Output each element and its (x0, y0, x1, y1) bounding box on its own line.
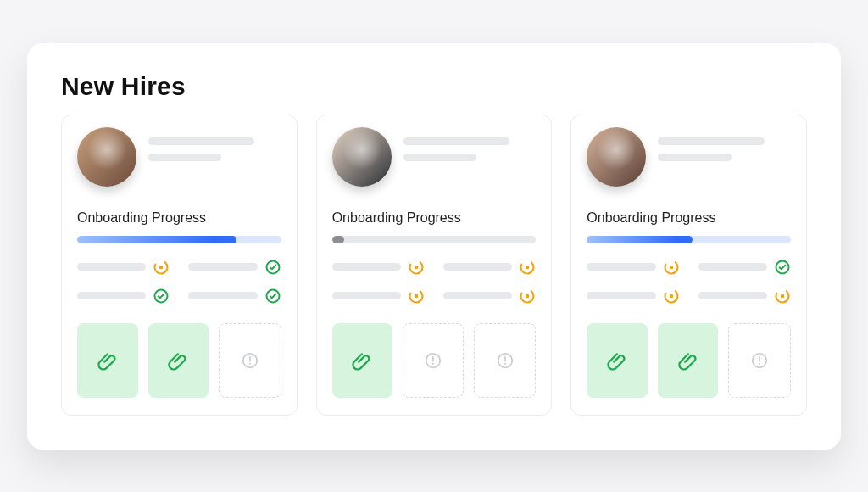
onboarding-progress-label: Onboarding Progress (587, 210, 791, 226)
pending-icon (408, 288, 425, 305)
pending-icon (408, 259, 425, 276)
task-item (587, 259, 679, 276)
placeholder-line (587, 263, 655, 271)
paperclip-icon (351, 349, 373, 372)
name-placeholder-lines (658, 131, 791, 161)
hire-card[interactable]: Onboarding Progress (316, 115, 553, 416)
task-item (698, 259, 791, 276)
task-item (188, 259, 281, 276)
check-circle-icon (153, 288, 170, 305)
task-grid (77, 259, 281, 305)
attachment-slot[interactable] (77, 323, 138, 398)
task-item (443, 288, 536, 305)
task-item (698, 288, 791, 305)
check-circle-icon (264, 288, 281, 305)
task-item (332, 288, 425, 305)
task-item (587, 288, 679, 305)
svg-rect-23 (670, 265, 673, 268)
task-item (332, 259, 425, 276)
alert-circle-icon (496, 351, 515, 370)
paperclip-icon (606, 349, 628, 372)
task-item (77, 259, 170, 276)
svg-rect-11 (526, 265, 529, 268)
svg-rect-13 (415, 294, 418, 297)
progress-bar (587, 236, 791, 243)
task-item (188, 288, 281, 305)
check-circle-icon (264, 259, 281, 276)
onboarding-progress-label: Onboarding Progress (332, 210, 537, 226)
progress-bar (77, 236, 281, 243)
hire-card[interactable]: Onboarding Progress (61, 115, 298, 416)
svg-point-18 (432, 362, 434, 364)
attachments-row (587, 323, 791, 398)
progress-bar (332, 236, 537, 243)
placeholder-line (443, 263, 512, 271)
pending-icon (774, 288, 791, 305)
svg-point-31 (759, 362, 760, 364)
placeholder-line (148, 154, 221, 161)
onboarding-progress-label: Onboarding Progress (77, 210, 281, 226)
svg-point-7 (249, 362, 251, 364)
paperclip-icon (167, 349, 189, 372)
pending-icon (153, 259, 170, 276)
task-item (443, 259, 536, 276)
attachment-slot[interactable] (658, 323, 719, 398)
svg-rect-28 (781, 294, 784, 297)
placeholder-line (587, 292, 655, 299)
svg-rect-15 (526, 294, 529, 297)
paperclip-icon (677, 349, 699, 372)
placeholder-line (403, 154, 476, 161)
progress-fill (332, 236, 344, 243)
placeholder-line (698, 263, 767, 271)
pending-icon (663, 288, 680, 305)
avatar[interactable] (332, 127, 392, 187)
svg-rect-26 (670, 294, 673, 297)
placeholder-line (403, 137, 509, 145)
progress-fill (587, 236, 693, 243)
new-hires-panel: New Hires Onboarding Progress (27, 43, 841, 450)
card-header (587, 131, 791, 192)
attachment-slot[interactable] (148, 323, 209, 398)
task-item (77, 288, 170, 305)
alert-circle-icon (241, 351, 259, 370)
attachment-slot[interactable] (587, 323, 648, 398)
name-placeholder-lines (403, 131, 537, 161)
avatar[interactable] (587, 127, 646, 187)
task-grid (587, 259, 791, 305)
attachment-slot-empty[interactable] (403, 323, 465, 398)
placeholder-line (77, 263, 146, 271)
attachments-row (77, 323, 281, 398)
card-header (77, 131, 281, 192)
pending-icon (519, 288, 536, 305)
placeholder-line (332, 292, 401, 299)
attachments-row (332, 323, 537, 398)
placeholder-line (332, 263, 401, 271)
check-circle-icon (774, 259, 791, 276)
name-placeholder-lines (148, 131, 281, 161)
page-title: New Hires (61, 72, 807, 101)
attachment-slot[interactable] (332, 323, 392, 398)
placeholder-line (188, 263, 257, 271)
placeholder-line (658, 137, 764, 145)
svg-point-21 (504, 362, 506, 364)
placeholder-line (658, 154, 731, 161)
paperclip-icon (97, 349, 119, 372)
task-grid (332, 259, 537, 305)
pending-icon (663, 259, 680, 276)
placeholder-line (77, 292, 146, 299)
progress-fill (77, 236, 236, 243)
hire-card[interactable]: Onboarding Progress (570, 115, 807, 416)
pending-icon (519, 259, 536, 276)
attachment-slot-empty[interactable] (474, 323, 536, 398)
alert-circle-icon (424, 351, 442, 370)
hire-cards-row: Onboarding Progress (61, 115, 807, 416)
alert-circle-icon (750, 351, 769, 370)
placeholder-line (698, 292, 767, 299)
avatar[interactable] (77, 127, 136, 187)
card-header (332, 131, 537, 192)
attachment-slot-empty[interactable] (728, 323, 791, 398)
attachment-slot-empty[interactable] (219, 323, 281, 398)
placeholder-line (188, 292, 257, 299)
placeholder-line (443, 292, 512, 299)
svg-rect-1 (159, 265, 163, 268)
